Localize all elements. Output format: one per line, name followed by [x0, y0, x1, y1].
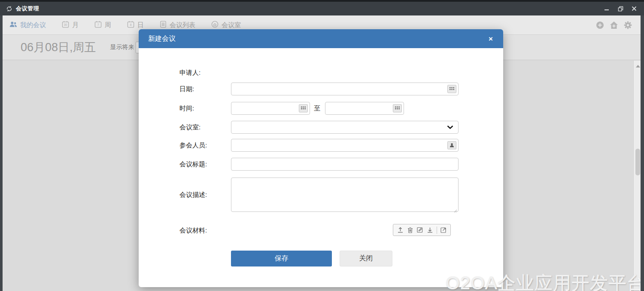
- refresh-icon[interactable]: [6, 6, 12, 12]
- time-end-input[interactable]: [325, 102, 404, 115]
- person-picker-icon[interactable]: [447, 141, 456, 150]
- date-label: 日期:: [179, 83, 194, 95]
- time-start-picker-icon[interactable]: [299, 104, 308, 113]
- show-future-label: 显示将来: [110, 43, 134, 51]
- attachment-toolbar: [393, 224, 451, 236]
- applicant-row: 申请人:: [139, 66, 503, 79]
- toolbar-item-month[interactable]: 30 月: [62, 21, 79, 29]
- current-date-text: 06月08日,周五: [21, 40, 96, 55]
- materials-label: 会议材料:: [179, 224, 207, 237]
- minimize-button[interactable]: [601, 4, 612, 13]
- toolbar-item-label: 会议列表: [170, 21, 195, 29]
- list-icon: [160, 21, 167, 29]
- title-row: 会议标题:: [139, 158, 503, 171]
- room-icon: [211, 21, 219, 29]
- titlebar: 会议管理: [0, 0, 644, 15]
- calendar-number: 8: [130, 23, 132, 26]
- calendar-week-icon: 7: [94, 21, 102, 29]
- scrollbar-thumb[interactable]: [635, 149, 640, 175]
- close-button[interactable]: 关闭: [340, 251, 392, 266]
- toolbar-item-label: 月: [72, 21, 79, 29]
- calendar-number: 30: [64, 23, 67, 26]
- description-textarea[interactable]: [231, 178, 459, 212]
- window-border-left: [0, 15, 3, 291]
- dialog-header: 新建会议 ×: [139, 29, 503, 48]
- dialog-title: 新建会议: [148, 34, 176, 43]
- toolbar-item-week[interactable]: 7 周: [94, 21, 111, 29]
- add-icon[interactable]: [596, 21, 604, 29]
- delete-icon[interactable]: [407, 227, 413, 233]
- time-row: 时间: 至: [139, 102, 503, 115]
- users-icon: [9, 21, 17, 29]
- meeting-title-input[interactable]: [231, 158, 459, 171]
- time-end-picker-icon[interactable]: [393, 104, 402, 113]
- restore-button[interactable]: [615, 4, 626, 13]
- dialog-actions: 保存 关闭: [139, 251, 503, 266]
- time-separator-label: 至: [314, 104, 320, 113]
- room-select[interactable]: [231, 121, 459, 134]
- attendees-label: 参会人员:: [179, 139, 207, 152]
- open-external-icon[interactable]: [440, 227, 447, 233]
- dialog-close-icon[interactable]: ×: [489, 35, 493, 43]
- attendees-input[interactable]: [231, 139, 459, 152]
- new-meeting-dialog: 新建会议 × 申请人: 日期:: [139, 29, 503, 287]
- time-label: 时间:: [179, 102, 194, 115]
- toolbar-item-label: 会议室: [222, 21, 241, 29]
- room-label: 会议室:: [179, 121, 200, 134]
- date-row: 日期:: [139, 83, 503, 95]
- description-row: 会议描述:: [139, 178, 503, 212]
- calendar-month-icon: 30: [62, 21, 69, 29]
- window-border-right: [641, 15, 644, 291]
- toolbar-item-label: 我的会议: [20, 21, 46, 29]
- download-icon[interactable]: [426, 227, 434, 233]
- toolbar-item-meeting-room[interactable]: 会议室: [211, 21, 241, 29]
- calendar-day-icon: 8: [127, 21, 134, 29]
- calendar-number: 7: [97, 23, 99, 26]
- toolbar-item-label: 日: [137, 21, 144, 29]
- toolbar-separator: [437, 227, 437, 234]
- toolbar-item-my-meetings[interactable]: 我的会议: [9, 21, 46, 29]
- applicant-label: 申请人:: [179, 66, 200, 79]
- home-add-icon[interactable]: [610, 21, 618, 29]
- description-label: 会议描述:: [179, 178, 207, 212]
- date-picker-icon[interactable]: [447, 85, 456, 93]
- gear-icon[interactable]: [624, 21, 632, 29]
- scrollbar-track[interactable]: [634, 61, 641, 291]
- toolbar-item-meeting-list[interactable]: 会议列表: [160, 21, 195, 29]
- save-button[interactable]: 保存: [231, 251, 332, 266]
- chevron-down-icon[interactable]: [447, 126, 453, 129]
- upload-icon[interactable]: [397, 227, 404, 233]
- attendees-row: 参会人员:: [139, 139, 503, 152]
- toolbar-item-day[interactable]: 8 日: [127, 21, 144, 29]
- date-input[interactable]: [231, 83, 459, 95]
- toolbar-item-label: 周: [105, 21, 111, 29]
- scroll-up-arrow-icon[interactable]: [636, 65, 640, 67]
- edit-icon[interactable]: [416, 227, 423, 233]
- window-title: 会议管理: [16, 5, 39, 12]
- close-window-button[interactable]: [629, 4, 640, 13]
- app-window: 会议管理: [0, 0, 644, 291]
- materials-row: 会议材料:: [139, 224, 503, 236]
- meeting-title-label: 会议标题:: [179, 158, 207, 171]
- room-row: 会议室:: [139, 121, 503, 134]
- time-start-input[interactable]: [231, 102, 310, 115]
